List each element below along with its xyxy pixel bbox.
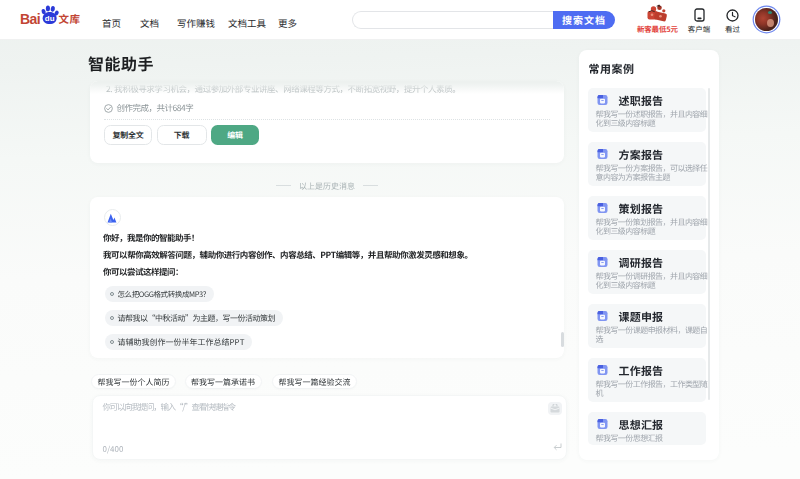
svg-text:du: du [45,14,55,23]
